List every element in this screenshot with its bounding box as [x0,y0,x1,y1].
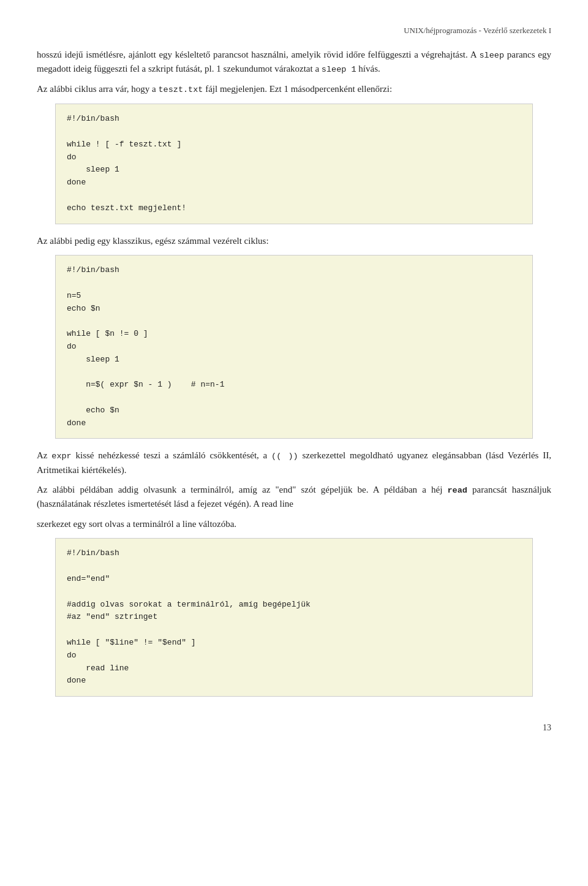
paragraph-6: szerkezet egy sort olvas a terminálról a… [37,517,551,531]
paragraph-2: Az alábbi ciklus arra vár, hogy a teszt.… [37,82,551,96]
code-block-3: #!/bin/bash end="end" #addig olvas sorok… [55,538,533,697]
code-block-2: #!/bin/bash n=5 echo $n while [ $n != 0 … [55,255,533,439]
page-number: 13 [37,721,551,734]
paragraph-4: Az expr kissé nehézkessé teszi a számlál… [37,449,551,477]
paragraph-5: Az alábbi példában addig olvasunk a term… [37,483,551,511]
paragraph-1: hosszú idejű ismétlésre, ajánlott egy ké… [37,48,551,77]
paragraph-3: Az alábbi pedig egy klasszikus, egész sz… [37,234,551,248]
code-block-1: #!/bin/bash while ! [ -f teszt.txt ] do … [55,104,533,224]
page-header: UNIX/héjprogramozás - Vezérlő szerkezete… [37,25,551,37]
